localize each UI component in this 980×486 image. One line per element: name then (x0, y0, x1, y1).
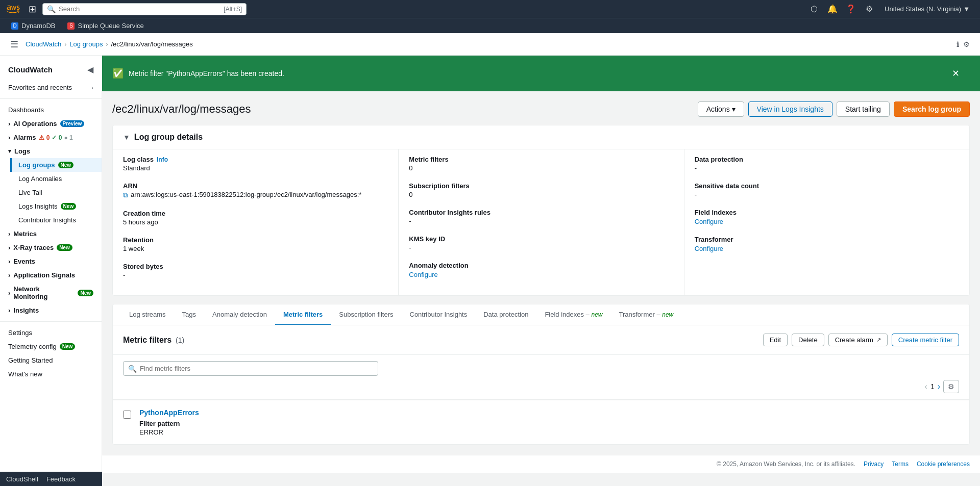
metric-filters-item: Metric filters 0 (409, 156, 673, 172)
search-log-group-button[interactable]: Search log group (894, 101, 970, 117)
success-check-icon: ✅ (112, 68, 124, 79)
alarm-warn-icon: ⚠ 0 (39, 134, 50, 141)
log-groups-label: Log groups (18, 161, 55, 169)
sidebar-item-whats-new[interactable]: What's new (0, 367, 102, 381)
sidebar-item-log-anomalies[interactable]: Log Anomalies (10, 172, 102, 186)
tab-contributor-insights[interactable]: Contributor Insights (402, 304, 476, 325)
column-settings-button[interactable]: ⚙ (943, 380, 959, 393)
create-alarm-button[interactable]: Create alarm ↗ (828, 334, 888, 346)
edit-button[interactable]: Edit (763, 334, 788, 346)
sidebar-item-insights[interactable]: Insights (0, 303, 102, 317)
create-metric-filter-button[interactable]: Create metric filter (892, 334, 959, 346)
actions-button[interactable]: Actions ▾ (698, 101, 744, 117)
sidebar-item-logs-insights[interactable]: Logs Insights New (10, 199, 102, 213)
metrics-label: Metrics (13, 230, 37, 238)
tab-metric-filters[interactable]: Metric filters (275, 304, 331, 325)
pagination-prev[interactable]: ‹ (925, 382, 927, 391)
tab-tags[interactable]: Tags (174, 304, 204, 325)
contributor-insights-value: - (409, 217, 673, 225)
filter-checkbox[interactable] (123, 411, 131, 419)
metric-filters-search-wrapper: 🔍 (123, 361, 378, 376)
details-collapse-icon[interactable]: ▼ (123, 133, 130, 141)
tab-anomaly-detection[interactable]: Anomaly detection (204, 304, 275, 325)
creation-time-label: Creation time (123, 210, 388, 217)
anomaly-detection-configure[interactable]: Configure (409, 271, 437, 278)
field-indexes-new-badge: new (591, 311, 602, 318)
start-tailing-button[interactable]: Start tailing (837, 101, 890, 117)
sidebar-item-logs-group[interactable]: Logs (0, 144, 102, 158)
footer-cookie[interactable]: Cookie preferences (917, 461, 970, 468)
support-icon[interactable]: ❓ (844, 2, 858, 16)
sidebar-item-application-signals[interactable]: Application Signals (0, 268, 102, 282)
sidebar-title: CloudWatch (8, 65, 53, 74)
sidebar-toggle[interactable]: ☰ (10, 39, 18, 50)
delete-button[interactable]: Delete (792, 334, 824, 346)
view-logs-insights-button[interactable]: View in Logs Insights (748, 101, 832, 117)
sidebar-item-contributor-insights-side[interactable]: Contributor Insights (10, 213, 102, 227)
service-tab-dynamodb[interactable]: D DynamoDB (6, 19, 60, 33)
page-number: 1 (930, 382, 935, 391)
breadcrumb-log-groups[interactable]: Log groups (69, 40, 103, 48)
feedback-bottom[interactable]: Feedback (46, 475, 76, 483)
sidebar-item-metrics[interactable]: Metrics (0, 227, 102, 241)
sidebar-item-settings[interactable]: Settings (0, 326, 102, 340)
apps-grid-icon[interactable]: ⊞ (29, 4, 36, 15)
log-class-item: Log class Info Standard (123, 156, 388, 172)
dashboards-label: Dashboards (8, 106, 44, 114)
transformer-configure[interactable]: Configure (695, 245, 723, 252)
cloudshell-bottom[interactable]: CloudShell (6, 475, 38, 483)
sidebar-item-ai-operations[interactable]: AI Operations Preview (0, 117, 102, 131)
details-col-2: Metric filters 0 Subscription filters 0 … (398, 149, 683, 295)
retention-value: 1 week (123, 245, 388, 252)
service-tab-sqs-label: Simple Queue Service (78, 22, 143, 30)
tab-field-indexes[interactable]: Field indexes – new (536, 304, 610, 325)
tab-transformer[interactable]: Transformer – new (610, 304, 681, 325)
info-icon[interactable]: ℹ (957, 40, 959, 48)
ai-ops-label: AI Operations (13, 120, 57, 127)
alarm-badges: ⚠ 0 ✓ 0 ● 1 (39, 134, 72, 141)
filter-name-link[interactable]: PythonAppErrors (139, 408, 199, 417)
sidebar-item-getting-started[interactable]: Getting Started (0, 353, 102, 367)
settings-icon[interactable]: ⚙ (862, 2, 876, 16)
sidebar-item-xray[interactable]: X-Ray traces New (0, 241, 102, 254)
tab-subscription-filters[interactable]: Subscription filters (331, 304, 401, 325)
details-col-3: Data protection - Sensitive data count -… (684, 149, 969, 295)
sidebar-item-log-groups[interactable]: Log groups New (10, 158, 102, 172)
search-input[interactable] (59, 5, 220, 13)
insights-chevron (8, 306, 10, 314)
ai-ops-badge: Preview (60, 120, 85, 127)
aws-logo[interactable] (6, 4, 22, 14)
footer-terms[interactable]: Terms (892, 461, 909, 468)
sidebar-item-alarms[interactable]: Alarms ⚠ 0 ✓ 0 ● 1 (0, 131, 102, 144)
sidebar-item-events[interactable]: Events (0, 254, 102, 268)
sidebar-item-dashboards[interactable]: Dashboards (0, 103, 102, 117)
footer-privacy[interactable]: Privacy (864, 461, 884, 468)
breadcrumb-cloudwatch[interactable]: CloudWatch (26, 40, 61, 48)
sidebar-item-favorites[interactable]: Favorites and recents (0, 81, 102, 94)
notifications-icon[interactable]: 🔔 (825, 2, 840, 16)
breadcrumb-current: /ec2/linux/var/log/messages (111, 40, 192, 48)
service-tab-sqs[interactable]: S Simple Queue Service (62, 19, 149, 33)
create-alarm-external-icon: ↗ (876, 337, 881, 343)
sidebar-item-live-tail[interactable]: Live Tail (10, 186, 102, 199)
arn-copy-icon[interactable]: ⧉ (123, 191, 128, 199)
metric-filters-search-input[interactable] (123, 361, 378, 376)
sidebar-item-telemetry-config[interactable]: Telemetry config New (0, 340, 102, 353)
global-search-bar[interactable]: 🔍 [Alt+S] (42, 3, 247, 15)
sidebar-collapse-btn[interactable]: ◀ (87, 65, 93, 74)
log-class-info[interactable]: Info (157, 156, 168, 163)
tab-log-streams[interactable]: Log streams (121, 304, 174, 325)
sidebar-item-network-monitoring[interactable]: Network Monitoring New (0, 282, 102, 303)
cloud-shell-icon[interactable]: ⬡ (807, 2, 821, 16)
data-protection-label: Data protection (695, 156, 959, 163)
pagination-next[interactable]: › (938, 382, 940, 391)
metric-filters-section-header: Metric filters (1) Edit Delete Create al… (113, 325, 969, 355)
metric-filters-content: Metric filters (1) Edit Delete Create al… (113, 325, 969, 444)
region-selector[interactable]: United States (N. Virginia) ▼ (880, 3, 974, 15)
field-indexes-configure[interactable]: Configure (695, 218, 723, 225)
sidebar-logs-sub: Log groups New Log Anomalies Live Tail L… (0, 158, 102, 227)
success-banner-close[interactable]: ✕ (942, 62, 970, 85)
arn-item: ARN ⧉ arn:aws:logs:us-east-1:59018382251… (123, 182, 388, 199)
settings-gear-icon[interactable]: ⚙ (963, 40, 970, 48)
tab-data-protection[interactable]: Data protection (475, 304, 536, 325)
